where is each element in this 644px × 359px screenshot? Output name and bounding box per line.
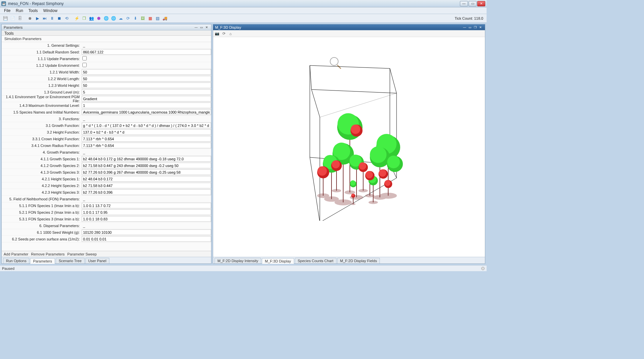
restore-button[interactable]: ▭ [469,1,477,6]
param-input[interactable] [82,96,211,102]
display-panel-header: M_F:3D Display — ▭ ❐ ✕ [213,24,485,30]
param-input[interactable] [82,203,211,208]
svg-point-57 [352,194,354,196]
display-maximize-icon[interactable]: ▭ [468,25,472,30]
param-input[interactable] [82,216,211,222]
menu-run[interactable]: Run [13,8,26,14]
param-row: 1. General Settings:_ [2,42,211,49]
tool-icon-8[interactable]: ⟳ [125,15,131,22]
play-button[interactable]: ▶ [34,15,41,22]
param-row: 3.3.1 Crown Height Function: [2,136,211,142]
menubar: File Run Tools Window [0,7,487,14]
tab-user-panel[interactable]: User Panel [85,258,109,263]
tab-2d-fields[interactable]: M_F:2D Display Fields [337,258,380,263]
param-input[interactable] [82,163,211,168]
java-icon: ☕ [1,1,6,6]
display-restore-icon[interactable]: ❐ [473,25,478,30]
tab-scenario-tree[interactable]: Scenario Tree [56,258,84,263]
tool-icon-9[interactable]: ⬇ [132,15,139,22]
param-input[interactable] [82,76,211,81]
parameters-scroll-area[interactable]: Simulation Parameters 1. General Setting… [2,36,211,251]
param-row: 4.1.1 Growth Species 1: [2,156,211,162]
tool-icon-4[interactable]: ⬢ [95,15,102,22]
tool-icon-12[interactable]: ▤ [154,15,161,22]
param-input[interactable] [82,82,211,88]
pause-button[interactable]: ⏸ [49,15,55,22]
tool-icon-3[interactable]: 👥 [88,15,95,22]
tab-parameters[interactable]: Parameters [30,258,55,264]
panel-maximize-icon[interactable]: ▭ [199,25,204,30]
param-input[interactable] [82,236,211,242]
param-input[interactable] [82,49,211,55]
window-titlebar: ☕ meso_FON - Repast Simphony — ▭ ✕ [0,0,487,7]
param-label: 1.1.1 Update Parameters: [2,57,82,61]
panel-close-icon[interactable]: ✕ [204,25,209,30]
menu-file[interactable]: File [1,8,13,14]
svg-point-45 [317,166,327,176]
tool-icon-6[interactable]: 🌐 [110,15,117,22]
param-row: 1.4.3 Maximum Environmental Level: [2,102,211,109]
svg-point-37 [387,156,400,168]
param-input[interactable] [82,229,211,235]
param-input[interactable] [82,169,211,175]
param-row: 4.2.1 Height Species 1: [2,176,211,182]
param-input[interactable] [82,209,211,215]
param-input[interactable] [82,89,211,95]
param-label: 4. Growth Parameters: [2,150,82,154]
param-row: 5.2.1 FON Species 2 (Imax Imin a b): [2,209,211,216]
tool-icon-11[interactable]: ▦ [147,15,153,22]
tool-icon-5[interactable]: 🌐 [103,15,109,22]
param-static-value: _ [82,43,211,47]
param-input[interactable] [82,109,211,115]
param-checkbox[interactable] [82,63,87,67]
tool-icon-13[interactable]: 🚚 [161,15,168,22]
tool-icon-10[interactable]: 🖼 [139,15,146,22]
param-checkbox[interactable] [82,56,87,60]
tool-icon-7[interactable]: ☁ [117,15,124,22]
refresh-icon[interactable]: ⟳ [221,31,226,36]
param-input[interactable] [82,69,211,75]
param-row: 1.2.2 World Length: [2,75,211,82]
tab-3d-display[interactable]: M_F:3D Display [262,258,294,264]
camera-icon[interactable]: 📷 [214,31,220,36]
home-icon[interactable]: ⌂ [228,31,233,36]
svg-point-53 [379,169,386,177]
param-input[interactable] [82,123,211,128]
param-input[interactable] [82,143,211,148]
tab-run-options[interactable]: Run Options [3,258,29,263]
remove-parameters-link[interactable]: Remove Parameters [31,252,65,256]
add-parameter-link[interactable]: Add Parameter [4,252,28,256]
display-close-icon[interactable]: ✕ [478,25,483,30]
tool-icon-2[interactable]: ❐ [81,15,87,22]
close-button[interactable]: ✕ [477,1,485,6]
step-button[interactable]: ⏭ [41,15,48,22]
minimize-button[interactable]: — [460,1,468,6]
param-label: 5. Field of Neihborhood (FON) Parameters… [2,197,82,201]
display-minimize-icon[interactable]: — [462,25,467,30]
tab-species-counts[interactable]: Species Counts Chart [295,258,337,263]
param-input[interactable] [82,103,211,108]
menu-tools[interactable]: Tools [26,8,40,14]
tools-header[interactable]: Tools [2,30,211,36]
reset-button[interactable]: ⟲ [63,15,70,22]
parameter-sweep-link[interactable]: Parameter Sweep [67,252,97,256]
display-view-toolbar: 📷 ⟳ ⌂ [213,30,485,37]
param-input[interactable] [82,176,211,182]
param-label: 3.1 Growth Function: [2,124,82,128]
param-input[interactable] [82,136,211,142]
3d-viewport[interactable] [213,37,485,257]
menu-window[interactable]: Window [40,8,60,14]
3d-scene [256,64,403,221]
param-input[interactable] [82,189,211,195]
param-label: 4.1.1 Growth Species 1: [2,157,82,161]
param-input[interactable] [82,156,211,162]
panel-minimize-icon[interactable]: — [194,25,198,30]
tool-icon-1[interactable]: ⚡ [73,15,80,22]
panel-title: Parameters [4,25,23,29]
param-row: 1.5 Species Names and Initital Numbers: [2,109,211,116]
stop-button[interactable]: ⏹ [56,15,63,22]
param-input[interactable] [82,183,211,188]
init-button[interactable]: ⏺ [27,15,33,22]
param-input[interactable] [82,129,211,135]
tab-2d-intensity[interactable]: M_F:2D Display Intensity [214,258,261,263]
